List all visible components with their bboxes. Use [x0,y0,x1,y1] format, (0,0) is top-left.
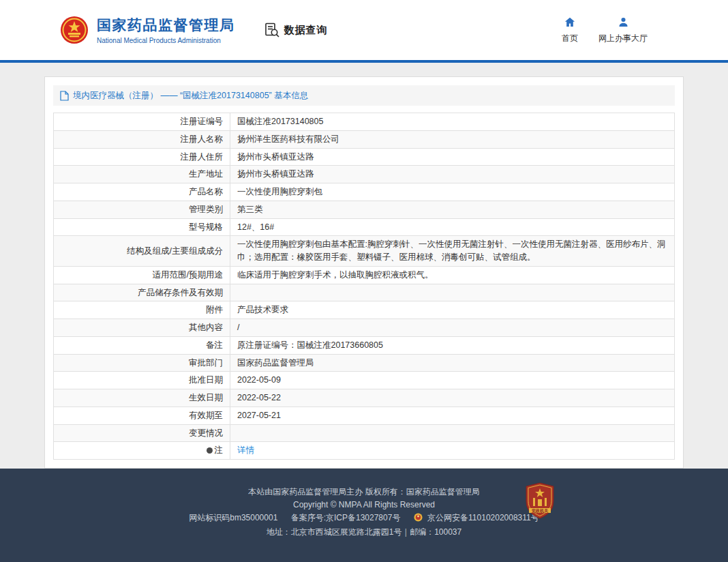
row-label: 注册证编号 [54,113,230,131]
header-left: 国家药品监督管理局 National Medical Products Admi… [60,16,328,44]
data-query-icon [264,22,280,38]
row-value [230,284,675,301]
row-label: 管理类别 [54,201,230,218]
row-label: 型号规格 [54,218,230,236]
row-value: 2022-05-22 [230,389,675,407]
nav-home[interactable]: 首页 [562,16,578,44]
nav-hall-label: 网上办事大厅 [598,33,648,44]
table-row: 生效日期2022-05-22 [54,389,675,407]
data-query-nav[interactable]: 数据查询 [264,22,328,38]
breadcrumb-text: 境内医疗器械（注册） —— “国械注准20173140805” 基本信息 [73,90,308,102]
footer-line1: 本站由国家药品监督管理局主办 版权所有：国家药品监督管理局 [0,486,728,499]
table-row: 产品名称一次性使用胸腔穿刺包 [54,183,675,201]
table-row: 型号规格12#、16# [54,218,675,236]
row-label: 注 [54,442,230,460]
row-value: 一次性使用胸腔穿刺包 [230,183,675,201]
home-icon [564,16,576,29]
gov-badge-label: 党政机关 [531,508,549,514]
row-label: 其他内容 [54,319,230,337]
row-value: 扬州市头桥镇亚达路 [230,148,675,166]
psb-number: 京公网安备11010202008311号 [427,513,539,522]
table-row: 管理类别第三类 [54,201,675,218]
table-row: 注册人名称扬州洋生医药科技有限公司 [54,130,675,148]
document-icon [60,91,69,101]
icp-number: 备案序号:京ICP备13027807号 [291,513,401,522]
org-name-en: National Medical Products Administration [97,37,235,44]
table-row: 注详情 [54,442,675,460]
site-code: 网站标识码bm35000001 [189,513,277,522]
table-row: 备注原注册证编号：国械注准20173660805 [54,336,675,354]
table-row: 结构及组成/主要组成成分一次性使用胸腔穿刺包由基本配置:胸腔穿刺针、一次性使用无… [54,236,675,267]
footer-line2: Copyright © NMPA All Rights Reserved [0,499,728,512]
table-row: 附件产品技术要求 [54,301,675,319]
table-row: 批准日期2022-05-09 [54,372,675,389]
row-value: 原注册证编号：国械注准20173660805 [230,336,675,354]
row-label: 变更情况 [54,424,230,442]
row-value: 一次性使用胸腔穿刺包由基本配置:胸腔穿刺针、一次性使用无菌注射针、一次性使用无菌… [230,236,675,267]
row-label: 产品名称 [54,183,230,201]
table-row: 注册人住所扬州市头桥镇亚达路 [54,148,675,166]
row-label: 有效期至 [54,406,230,424]
table-row: 注册证编号国械注准20173140805 [54,113,675,131]
row-value: 扬州市头桥镇亚达路 [230,166,675,183]
nav-online-hall[interactable]: 网上办事大厅 [598,16,648,44]
row-label: 审批部门 [54,354,230,372]
note-icon [207,447,213,454]
row-label: 批准日期 [54,372,230,389]
row-value: 详情 [230,442,675,460]
info-card: 境内医疗器械（注册） —— “国械注准20173140805” 基本信息 注册证… [44,76,684,469]
nav-home-label: 首页 [562,33,578,44]
row-value: 第三类 [230,201,675,218]
header: 国家药品监督管理局 National Medical Products Admi… [0,0,728,60]
row-label: 适用范围/预期用途 [54,266,230,284]
footer-line3: 网站标识码bm35000001 备案序号:京ICP备13027807号 京公网安… [0,512,728,526]
footer-address: 地址：北京市西城区展览路北露园1号｜邮编：100037 [0,526,728,539]
table-row: 产品储存条件及有效期 [54,284,675,301]
row-label: 注册人住所 [54,148,230,166]
row-value: 12#、16# [230,218,675,236]
row-value: 产品技术要求 [230,301,675,319]
row-value: 国家药品监督管理局 [230,354,675,372]
psb-badge-icon [414,513,423,526]
row-label: 生产地址 [54,166,230,183]
row-label: 生效日期 [54,389,230,407]
org-names: 国家药品监督管理局 National Medical Products Admi… [97,16,235,44]
info-table-body: 注册证编号国械注准20173140805注册人名称扬州洋生医药科技有限公司注册人… [54,113,675,460]
psb-link[interactable]: 京公网安备11010202008311号 [414,513,539,522]
table-row: 有效期至2027-05-21 [54,406,675,424]
header-nav: 首页 网上办事大厅 [562,16,648,44]
table-row: 审批部门国家药品监督管理局 [54,354,675,372]
row-value: 2022-05-09 [230,372,675,389]
data-query-label: 数据查询 [284,24,328,37]
info-table: 注册证编号国械注准20173140805注册人名称扬州洋生医药科技有限公司注册人… [53,113,675,460]
table-row: 变更情况 [54,424,675,442]
row-label: 备注 [54,336,230,354]
row-label: 产品储存条件及有效期 [54,284,230,301]
org-name-cn: 国家药品监督管理局 [97,16,235,35]
user-icon [618,16,629,29]
row-value [230,424,675,442]
gov-agency-badge: 党政机关 [525,482,555,521]
row-value: 扬州洋生医药科技有限公司 [230,130,675,148]
row-value: 国械注准20173140805 [230,113,675,131]
footer: 本站由国家药品监督管理局主办 版权所有：国家药品监督管理局 Copyright … [0,469,728,562]
table-row: 生产地址扬州市头桥镇亚达路 [54,166,675,183]
detail-link[interactable]: 详情 [237,445,254,455]
table-row: 适用范围/预期用途临床适用于胸腔穿刺手术，以抽取胸腔积液或积气。 [54,266,675,284]
row-label: 结构及组成/主要组成成分 [54,236,230,267]
row-value: 临床适用于胸腔穿刺手术，以抽取胸腔积液或积气。 [230,266,675,284]
row-label: 附件 [54,301,230,319]
table-row: 其他内容/ [54,319,675,337]
row-value: 2027-05-21 [230,406,675,424]
row-label: 注册人名称 [54,130,230,148]
nmpa-emblem-logo [60,16,89,44]
row-value: / [230,319,675,337]
main-content: 境内医疗器械（注册） —— “国械注准20173140805” 基本信息 注册证… [0,63,728,469]
breadcrumb: 境内医疗器械（注册） —— “国械注准20173140805” 基本信息 [53,85,675,106]
